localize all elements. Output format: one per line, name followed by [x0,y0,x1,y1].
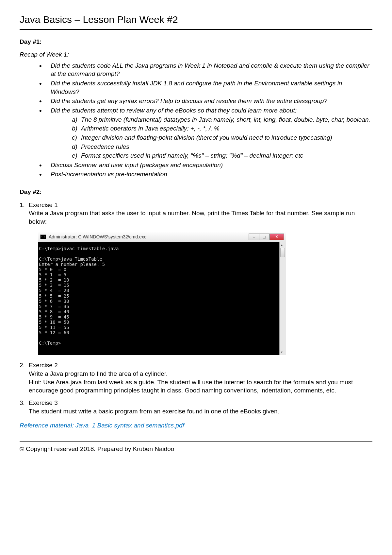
scrollbar[interactable] [279,242,286,355]
list-item: Did the students get any syntax errors? … [39,97,372,105]
recap-label: Recap of Week 1: [20,50,372,59]
exercise-item: 3. Exercise 3 The student must write a b… [20,399,372,415]
list-item: Discuss Scanner and user input (packages… [39,161,372,169]
exercise-label: Exercise 2 [29,362,58,369]
minimize-button[interactable]: – [249,234,259,240]
day2-heading: Day #2: [20,188,372,196]
list-item-text: Did the students attempt to review any o… [51,107,297,114]
exercise-body: The student must write a basic program f… [29,407,372,416]
list-item: b)Arithmetic operators in Java especiall… [72,124,372,133]
cmd-output: C:\Temp>javac TimesTable.java C:\Temp>ja… [38,242,279,355]
letters-list: a)The 8 primitive (fundamental) datatype… [51,115,372,160]
list-item: Did the students successfully install JD… [39,79,372,96]
exercise-label: Exercise 1 [29,201,58,208]
exercise-item: 2. Exercise 2 Write a Java program to fi… [20,361,372,395]
list-item: e)Format specifiers used in printf namel… [72,151,372,160]
exercise-body: Write a Java program that asks the user … [29,209,372,226]
close-button[interactable]: X [270,234,284,240]
footer-text: © Copyright reserved 2018. Prepared by K… [20,441,372,453]
page-title: Java Basics – Lesson Plan Week #2 [20,13,372,30]
list-item: Did the students attempt to review any o… [39,106,372,160]
reference-prefix: Reference material: [20,422,74,429]
cmd-title: Administrator: C:\WINDOWS\system32\cmd.e… [49,234,249,240]
cmd-window: Administrator: C:\WINDOWS\system32\cmd.e… [38,232,286,356]
list-item: Post-incrementation vs pre-incrementatio… [39,170,372,179]
scrollbar-thumb[interactable] [280,248,285,257]
day1-heading: Day #1: [20,38,372,46]
day1-bullets: Did the students code ALL the Java progr… [20,61,372,179]
maximize-button[interactable]: ▢ [259,234,270,240]
reference-file: Java_1 Basic syntax and semantics.pdf [74,422,184,429]
reference-link[interactable]: Reference material: Java_1 Basic syntax … [20,421,372,430]
list-item: Did the students code ALL the Java progr… [39,61,372,78]
list-item: d)Precedence rules [72,143,372,151]
exercise-item: 1. Exercise 1 Write a Java program that … [20,201,372,356]
exercises-list: 1. Exercise 1 Write a Java program that … [20,201,372,416]
exercise-label: Exercise 3 [29,399,58,406]
cmd-icon [40,234,46,239]
list-item: c)Integer division and floating-point di… [72,133,372,142]
list-item: a)The 8 primitive (fundamental) datatype… [72,115,372,124]
cmd-titlebar[interactable]: Administrator: C:\WINDOWS\system32\cmd.e… [38,232,286,242]
exercise-body: Write a Java program to find the area of… [29,370,372,395]
